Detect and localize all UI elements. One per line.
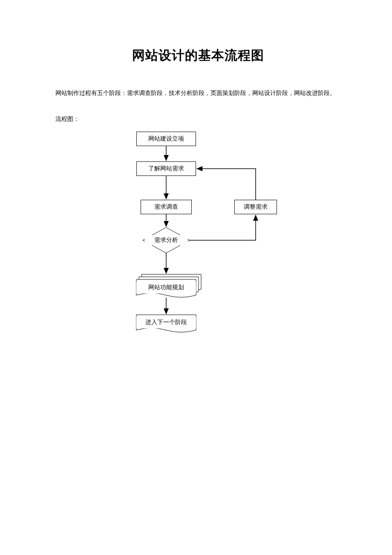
flowchart-svg [107, 132, 290, 353]
node-plan-label: 网站功能规划 [148, 284, 184, 291]
flowchart-label: 流程图： [55, 112, 341, 127]
node-next: 进入下一个阶段 [136, 316, 196, 328]
node-plan: 网站功能规划 [136, 282, 196, 293]
node-adjust-label: 调整需求 [244, 203, 268, 211]
node-start-label: 网站建设立项 [148, 135, 184, 143]
node-understand-label: 了解网站需求 [148, 165, 184, 173]
document-page: 网站设计的基本流程图 网站制作过程有五个阶段：需求调查阶段，技术分析阶段，页面策… [0, 0, 392, 555]
intro-paragraph: 网站制作过程有五个阶段：需求调查阶段，技术分析阶段，页面策划阶段，网站设计阶段，… [55, 86, 341, 101]
node-survey: 需求调查 [141, 200, 192, 214]
page-title: 网站设计的基本流程图 [55, 47, 341, 64]
node-analysis: 需求分析 [145, 235, 187, 245]
node-adjust: 调整需求 [234, 200, 277, 214]
node-survey-label: 需求调查 [154, 203, 178, 211]
node-understand: 了解网站需求 [136, 161, 196, 176]
node-start: 网站建设立项 [136, 132, 196, 146]
flowchart: 网站建设立项 了解网站需求 需求调查 调整需求 需求分析 网站功能规划 进入下一… [107, 132, 290, 353]
node-next-label: 进入下一个阶段 [145, 319, 187, 326]
node-analysis-label: 需求分析 [154, 236, 178, 244]
